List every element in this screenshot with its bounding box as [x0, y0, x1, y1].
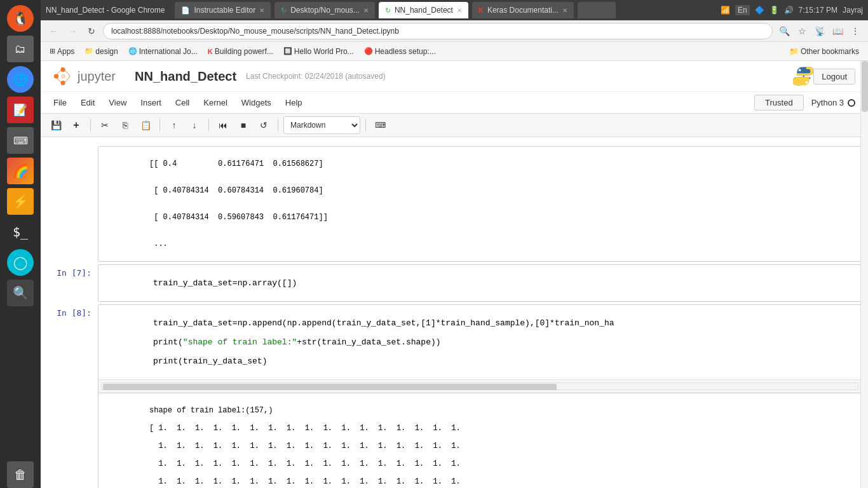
menu-kernel[interactable]: Kernel [197, 95, 234, 110]
taskbar-ubuntu-icon[interactable]: 🐧 [7, 5, 34, 32]
toolbar-divider-4 [278, 119, 278, 132]
bookmark-international[interactable]: 🌐 International Jo... [125, 46, 201, 57]
add-cell-button[interactable]: + [67, 116, 85, 134]
menu-edit[interactable]: Edit [74, 95, 101, 110]
more-icon[interactable]: ⋮ [848, 24, 863, 39]
new-tab-area[interactable] [578, 2, 616, 18]
cell-8-output: shape of train label:(157,) [ 1. 1. 1. 1… [98, 393, 861, 488]
bookmark-apps[interactable]: ⊞ Apps [46, 46, 78, 57]
keyboard-shortcuts-button[interactable]: ⌨ [371, 116, 389, 134]
output-array-line2: 1. 1. 1. 1. 1. 1. 1. 1. 1. 1. 1. 1. 1. 1… [149, 442, 461, 451]
tab-nnhand-close[interactable]: ✕ [457, 7, 462, 14]
hw-icon: 🔲 [283, 47, 292, 55]
toolbar-divider-5 [365, 119, 366, 132]
trusted-button[interactable]: Trusted [754, 95, 804, 111]
move-down-button[interactable]: ↓ [186, 116, 203, 134]
forward-button[interactable]: → [65, 24, 80, 39]
taskbar-circle-icon[interactable]: ◯ [7, 249, 34, 276]
cut-button[interactable]: ✂ [96, 116, 114, 134]
tab-nnhand[interactable]: ↻ NN_hand_Detect ✕ [379, 2, 468, 18]
bookmark-headless-label: Headless setup:... [375, 47, 436, 56]
run-prev-button[interactable]: ⏮ [214, 116, 232, 134]
jupyter-toolbar: 💾 + ✂ ⎘ 📋 ↑ ↓ ⏮ ■ ↺ Markdown Code Raw NB… [41, 114, 868, 137]
svg-point-4 [799, 69, 801, 71]
cell-7-input[interactable]: train_y_data_set=np.array([]) [98, 265, 861, 301]
main-content: ◎ jupyter NN_hand_Detect Last Checkpoint… [41, 61, 868, 488]
other-bookmarks[interactable]: 📁 Other bookmarks [785, 46, 863, 57]
bookmark-design-label: design [95, 47, 118, 56]
menu-help[interactable]: Help [279, 95, 309, 110]
cell-above-container: [[ 0.4 0.61176471 0.61568627] [ 0.407843… [41, 146, 868, 262]
cell-7-label: In [7]: [47, 264, 98, 302]
tab-keras[interactable]: K Keras Documentati... ✕ [472, 2, 574, 18]
apps-grid-icon: ⊞ [50, 47, 55, 55]
bookmark-design[interactable]: 📁 design [81, 46, 121, 57]
bookmark-helloworld[interactable]: 🔲 Hello World Pro... [280, 46, 358, 57]
cell-7-body[interactable]: train_y_data_set=np.array([]) [98, 264, 862, 302]
save-button[interactable]: 💾 [47, 116, 65, 134]
address-input[interactable] [103, 23, 773, 39]
taskbar-terminal-icon[interactable]: $_ [7, 219, 34, 245]
vertical-scrollbar[interactable] [860, 61, 868, 488]
tab-instructable-label: Instructable Editor [194, 6, 255, 15]
taskbar-trash-icon[interactable]: 🗑 [7, 461, 34, 488]
menu-view[interactable]: View [102, 95, 133, 110]
refresh-button[interactable]: ↻ [84, 24, 99, 39]
menu-widgets[interactable]: Widgets [235, 95, 278, 110]
notebook-name[interactable]: NN_hand_Detect [135, 69, 236, 84]
globe-icon: 🌐 [128, 47, 137, 55]
above-output-line1: [[ 0.4 0.61176471 0.61568627] [149, 159, 323, 168]
logout-button[interactable]: Logout [813, 69, 855, 85]
copy-button[interactable]: ⎘ [116, 116, 134, 134]
cast-icon[interactable]: 📡 [812, 24, 827, 39]
taskbar-keyboard-icon[interactable]: ⌨ [7, 127, 34, 154]
menu-file[interactable]: File [47, 95, 73, 110]
jupyter-menu: File Edit View Insert Cell Kernel Widget… [41, 92, 868, 114]
jupyter-header: ◎ jupyter NN_hand_Detect Last Checkpoint… [41, 61, 868, 92]
notebook-area: [[ 0.4 0.61176471 0.61568627] [ 0.407843… [41, 137, 868, 488]
star-icon[interactable]: ☆ [794, 24, 810, 39]
bookmark-building[interactable]: K Building powerf... [204, 46, 277, 57]
bookmark-headless[interactable]: 🔴 Headless setup:... [360, 46, 440, 57]
paste-button[interactable]: 📋 [137, 116, 154, 134]
cell-type-select[interactable]: Markdown Code Raw NBConvert [283, 116, 360, 134]
jupyter-logo: ◎ jupyter [53, 67, 116, 86]
back-button[interactable]: ← [46, 24, 61, 39]
reader-icon[interactable]: 📖 [830, 24, 845, 39]
cell-8-scrollbar[interactable] [101, 383, 858, 390]
taskbar-lightning-icon[interactable]: ⚡ [7, 188, 34, 215]
above-output-line2: [ 0.40784314 0.60784314 0.61960784] [149, 186, 323, 195]
battery-icon: 🔋 [770, 6, 779, 15]
tab-keras-close[interactable]: ✕ [562, 7, 567, 14]
cell-8-input[interactable]: train_y_data_set=np.append(np.append(tra… [98, 305, 861, 379]
menu-insert[interactable]: Insert [134, 95, 168, 110]
tab-desktop[interactable]: ↻ Desktop/No_mous... ✕ [275, 2, 375, 18]
cell-7-container: In [7]: train_y_data_set=np.array([]) [41, 264, 868, 302]
cell-8-line1: train_y_data_set=np.append(np.append(tra… [153, 318, 614, 328]
taskbar-chrome-icon[interactable]: 🌐 [7, 66, 34, 93]
search-address-icon[interactable]: 🔍 [776, 24, 792, 39]
bluetooth-icon: 🔷 [755, 6, 764, 15]
tab-instructable[interactable]: 📄 Instructable Editor ✕ [175, 2, 271, 18]
bookmark-helloworld-label: Hello World Pro... [294, 47, 354, 56]
titlebar-controls: 📶 En 🔷 🔋 🔊 7:15:17 PM Jayraj [721, 5, 863, 15]
os-taskbar: 🐧 🗂 🌐 📝 ⌨ 🌈 ⚡ $_ ◯ 🔍 🗑 [0, 0, 41, 488]
bookmark-international-label: International Jo... [139, 47, 198, 56]
folder-other-icon: 📁 [789, 47, 799, 56]
vertical-scrollbar-thumb[interactable] [862, 61, 868, 112]
stop-button[interactable]: ■ [234, 116, 252, 134]
restart-button[interactable]: ↺ [255, 116, 273, 134]
taskbar-docs-icon[interactable]: 📝 [7, 97, 34, 123]
move-up-button[interactable]: ↑ [165, 116, 183, 134]
cell-7-code: train_y_data_set=np.array([]) [153, 278, 297, 288]
tab-instructable-close[interactable]: ✕ [259, 7, 264, 14]
menu-cell[interactable]: Cell [169, 95, 196, 110]
taskbar-spectrum-icon[interactable]: 🌈 [7, 158, 34, 184]
tab-desktop-close[interactable]: ✕ [363, 7, 369, 14]
output-array-line4: 1. 1. 1. 1. 1. 1. 1. 1. 1. 1. 1. 1. 1. 1… [149, 477, 461, 486]
taskbar-search-icon[interactable]: 🔍 [7, 280, 34, 306]
taskbar-files-icon[interactable]: 🗂 [7, 36, 34, 62]
bookmark-apps-label: Apps [57, 47, 74, 56]
cell-8-label: In [8]: [47, 304, 98, 488]
cell-8-body[interactable]: train_y_data_set=np.append(np.append(tra… [98, 304, 862, 488]
